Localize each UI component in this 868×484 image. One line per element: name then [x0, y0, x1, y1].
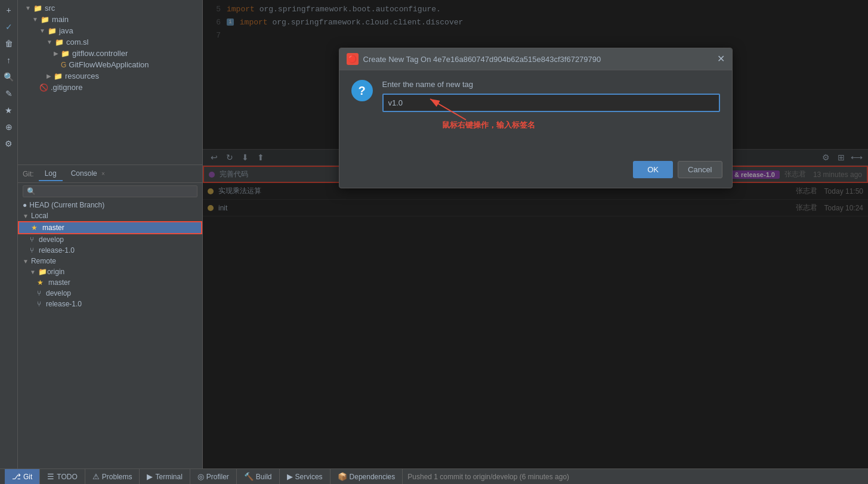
status-tab-problems[interactable]: ⚠ Problems [85, 469, 140, 484]
tab-log[interactable]: Log [39, 167, 63, 181]
profiler-tab-icon: ◎ [197, 472, 204, 481]
right-panel: 5 import org.springframework.boot.autoco… [203, 0, 868, 469]
collapse-arrow-gitflow: ▶ [54, 50, 58, 57]
tree-item-gitignore[interactable]: 🚫 .gitignore [18, 82, 202, 93]
sidebar-icon-arrow-up[interactable]: ↑ [1, 52, 17, 68]
tree-item-gitflowwebapp[interactable]: G GitFlowWebApplication [18, 59, 202, 70]
left-sidebar: + ✓ 🗑 ↑ 🔍 ✎ ★ ⊕ ⚙ [0, 0, 18, 469]
folder-icon-main: 📁 [41, 15, 50, 24]
status-tab-services[interactable]: ▶ Services [280, 469, 330, 484]
dependencies-tab-icon: 📦 [338, 472, 347, 481]
pushed-status: Pushed 1 commit to origin/develop (6 min… [403, 473, 574, 481]
sidebar-icon-check[interactable]: ✓ [1, 19, 17, 35]
develop-fork-icon: ⑂ [30, 235, 34, 244]
head-icon: ● [23, 201, 27, 209]
folder-icon-gitflow: 📁 [61, 49, 70, 58]
modal-title-icon: 🔴 [347, 53, 359, 65]
collapse-local-arrow: ▼ [23, 213, 29, 219]
branch-origin-release[interactable]: ⑂ release-1.0 [18, 299, 202, 309]
todo-tab-icon: ☰ [47, 472, 54, 481]
sidebar-icon-edit[interactable]: ✎ [1, 86, 17, 101]
ok-button[interactable]: OK [633, 161, 673, 178]
sidebar-icon-globe[interactable]: ⊕ [1, 119, 17, 135]
branch-tree: ● HEAD (Current Branch) ▼ Local ★ master… [18, 200, 202, 469]
branch-release-local[interactable]: ⑂ release-1.0 [18, 245, 202, 256]
tree-item-java[interactable]: ▼ 📁 java [18, 25, 202, 36]
sidebar-icon-settings[interactable]: ⚙ [1, 136, 17, 151]
tree-item-gitflow-controller[interactable]: ▶ 📁 gitflow.controller [18, 48, 202, 59]
folder-icon-origin: 📁 [38, 268, 47, 276]
problems-tab-icon: ⚠ [92, 472, 100, 481]
folder-icon-src: 📁 [33, 4, 42, 13]
sidebar-icon-add[interactable]: + [1, 2, 17, 18]
annotation-area: 鼠标右键操作，输入标签名 [382, 117, 720, 147]
git-bottom-panel: Git: Log Console × ● HEAD (Current Branc… [18, 165, 202, 469]
status-tab-terminal[interactable]: ▶ Terminal [140, 469, 190, 484]
tab-close-icon[interactable]: × [101, 170, 105, 177]
master-star-icon: ★ [31, 224, 38, 232]
branch-origin-master[interactable]: ★ master [18, 277, 202, 288]
origin-master-star-icon: ★ [37, 278, 44, 287]
modal-body: ? Enter the name of new tag [339, 70, 732, 156]
modal-title: Create New Tag On 4e7e16a860747d904b62a5… [363, 55, 717, 64]
tree-item-src[interactable]: ▼ 📁 src [18, 2, 202, 14]
tree-item-comsl[interactable]: ▼ 📁 com.sl [18, 36, 202, 48]
question-icon: ? [351, 80, 373, 101]
file-tree-content: ▼ 📁 src ▼ 📁 main ▼ 📁 java ▼ 📁 com.sl [18, 0, 202, 165]
tab-console[interactable]: Console × [65, 167, 111, 181]
status-bar-tabs: ⎇ Git ☰ TODO ⚠ Problems ▶ Terminal ◎ Pro… [5, 469, 403, 484]
tree-item-resources[interactable]: ▶ 📁 resources [18, 70, 202, 82]
git-tab-icon: ⎇ [12, 472, 21, 481]
file-tree-panel: ▼ 📁 src ▼ 📁 main ▼ 📁 java ▼ 📁 com.sl [18, 0, 203, 469]
annotation-text: 鼠标右键操作，输入标签名 [442, 120, 535, 131]
release-fork-icon: ⑂ [30, 246, 34, 255]
services-tab-icon: ▶ [287, 472, 293, 481]
collapse-arrow-comsl: ▼ [47, 39, 52, 45]
terminal-tab-icon: ▶ [147, 472, 153, 481]
branch-develop-local[interactable]: ⑂ develop [18, 234, 202, 245]
modal-footer: OK Cancel [339, 156, 732, 188]
folder-icon-comsl: 📁 [55, 38, 64, 46]
collapse-arrow-resources: ▶ [47, 73, 51, 79]
git-label: Git: [23, 170, 34, 178]
build-tab-icon: 🔨 [244, 472, 254, 481]
modal-close-button[interactable]: ✕ [717, 54, 725, 64]
folder-icon-java: 📁 [48, 27, 57, 35]
branch-section-remote[interactable]: ▼ Remote [18, 256, 202, 266]
annotation-arrow-svg [418, 93, 490, 123]
branch-section-local[interactable]: ▼ Local [18, 210, 202, 221]
collapse-remote-arrow: ▼ [23, 258, 29, 265]
status-tab-profiler[interactable]: ◎ Profiler [190, 469, 237, 484]
branch-origin[interactable]: ▼ 📁 origin [18, 266, 202, 277]
branch-head[interactable]: ● HEAD (Current Branch) [18, 200, 202, 210]
collapse-arrow-java: ▼ [39, 27, 45, 34]
collapse-arrow-src: ▼ [25, 5, 31, 11]
status-tab-todo[interactable]: ☰ TODO [40, 469, 85, 484]
sidebar-icon-delete[interactable]: 🗑 [1, 36, 17, 51]
sidebar-icon-search[interactable]: 🔍 [1, 69, 17, 85]
svg-line-1 [430, 99, 466, 120]
cancel-button[interactable]: Cancel [678, 161, 722, 178]
status-tab-git[interactable]: ⎇ Git [5, 469, 40, 484]
modal-label: Enter the name of new tag [382, 80, 720, 89]
file-icon-gitignore: 🚫 [39, 83, 48, 92]
main-area: + ✓ 🗑 ↑ 🔍 ✎ ★ ⊕ ⚙ ▼ 📁 src ▼ 📁 main [0, 0, 868, 469]
collapse-arrow-main: ▼ [32, 16, 38, 23]
git-tabs: Git: Log Console × [18, 165, 202, 183]
branch-origin-develop[interactable]: ⑂ develop [18, 288, 202, 299]
status-tab-build[interactable]: 🔨 Build [237, 469, 280, 484]
tree-item-main[interactable]: ▼ 📁 main [18, 14, 202, 25]
origin-release-fork-icon: ⑂ [37, 300, 41, 308]
modal-header: 🔴 Create New Tag On 4e7e16a860747d904b62… [339, 48, 732, 70]
branch-search [18, 183, 202, 200]
status-tab-dependencies[interactable]: 📦 Dependencies [330, 469, 403, 484]
java-icon-gitflow: G [61, 61, 66, 69]
folder-icon-resources: 📁 [54, 72, 63, 80]
origin-develop-fork-icon: ⑂ [37, 289, 41, 297]
sidebar-icon-star[interactable]: ★ [1, 103, 17, 118]
status-bar: ⎇ Git ☰ TODO ⚠ Problems ▶ Terminal ◎ Pro… [0, 469, 868, 484]
branch-search-input[interactable] [23, 185, 197, 197]
branch-master-local[interactable]: ★ master [18, 221, 202, 234]
modal-overlay: 🔴 Create New Tag On 4e7e16a860747d904b62… [203, 0, 868, 469]
modal-dialog: 🔴 Create New Tag On 4e7e16a860747d904b62… [339, 48, 733, 188]
